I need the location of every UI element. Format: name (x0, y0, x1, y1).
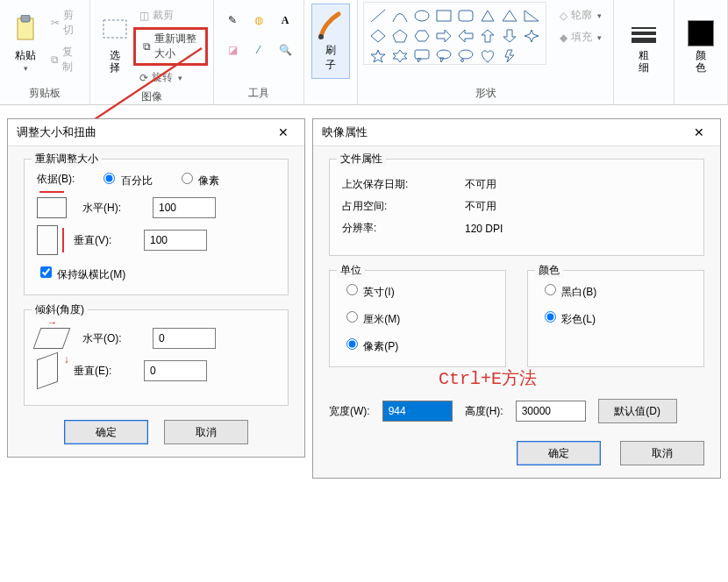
outline-icon: ◇ (560, 10, 567, 22)
color1-button[interactable]: 颜 色 (682, 4, 720, 79)
fill-label: 填充 (571, 30, 592, 45)
image-properties-dialog: 映像属性 ✕ 文件属性 上次保存日期:不可用 占用空间:不可用 分辨率:120 … (312, 118, 721, 479)
group-label-clipboard: 剪贴板 (5, 84, 84, 104)
cut-button[interactable]: ✂剪切 (45, 5, 84, 40)
zoom-tool[interactable]: 🔍 (275, 40, 295, 60)
horizontal-label: 水平(H): (82, 201, 144, 216)
shape-callout-cloud[interactable] (455, 46, 476, 65)
shape-roundrect[interactable] (455, 6, 476, 25)
shape-pentagon[interactable] (389, 26, 410, 46)
aspect-checkbox[interactable]: 保持纵横比(M) (37, 264, 125, 282)
ribbon: 粘贴▾ ✂剪切 ⧉复制 剪贴板 选 择 ◫裁剪 ⧉重新调整大小 ⟳旋转▾ 图像 (0, 0, 728, 105)
skew-vertical-input[interactable] (144, 360, 207, 381)
shape-arrow-r[interactable] (433, 26, 454, 46)
vertical-resize-icon (37, 225, 58, 255)
shape-triangle[interactable] (499, 6, 520, 25)
svg-marker-16 (482, 30, 494, 42)
percent-radio[interactable]: 百分比 (99, 170, 152, 188)
shape-callout-rect[interactable] (411, 46, 432, 65)
inches-radio[interactable]: 英寸(I) (342, 281, 493, 300)
paste-icon (11, 11, 39, 46)
text-tool[interactable]: A (275, 11, 295, 30)
svg-point-5 (415, 11, 429, 21)
cm-radio[interactable]: 厘米(M) (342, 309, 493, 327)
close-button[interactable]: ✕ (271, 125, 296, 139)
vertical-label: 垂直(V): (74, 233, 135, 248)
chevron-down-icon: ▾ (597, 11, 602, 20)
cancel-button[interactable]: 取消 (620, 441, 704, 465)
shape-hexagon[interactable] (411, 26, 432, 46)
pencil-tool[interactable]: ✎ (223, 11, 242, 30)
select-label: 选 择 (110, 50, 120, 75)
shape-star6[interactable] (389, 46, 410, 65)
color-radio[interactable]: 彩色(L) (540, 309, 691, 327)
ribbon-group-color: 颜 色 (674, 0, 728, 104)
resize-legend: 重新调整大小 (32, 152, 102, 167)
shape-star4[interactable] (521, 26, 542, 46)
shape-arrow-u[interactable] (477, 26, 498, 46)
svg-marker-10 (525, 11, 539, 21)
shape-rect[interactable] (433, 6, 454, 25)
units-fieldset: 单位 英寸(I) 厘米(M) 像素(P) (329, 270, 506, 367)
shape-bolt[interactable] (499, 46, 520, 65)
aspect-label: 保持纵横比(M) (57, 268, 125, 280)
select-button[interactable]: 选 择 (97, 4, 132, 79)
outline-button[interactable]: ◇轮廓▾ (553, 5, 608, 25)
copy-button[interactable]: ⧉复制 (45, 42, 84, 77)
height-input[interactable] (516, 401, 586, 422)
horizontal-input[interactable] (153, 197, 216, 218)
default-button[interactable]: 默认值(D) (598, 399, 677, 423)
close-button[interactable]: ✕ (687, 125, 711, 139)
bw-radio[interactable]: 黑白(B) (540, 281, 691, 300)
svg-marker-18 (525, 30, 539, 42)
skew-horizontal-icon (33, 328, 71, 349)
group-label-brushes (310, 87, 352, 104)
pixels-radio[interactable]: 像素(P) (342, 336, 493, 354)
svg-rect-7 (459, 11, 473, 21)
shape-arrow-d[interactable] (499, 26, 520, 46)
color-fieldset: 颜色 黑白(B) 彩色(L) (527, 270, 704, 367)
width-input[interactable] (382, 401, 453, 422)
chevron-down-icon: ▾ (597, 33, 602, 42)
thickness-icon (627, 24, 660, 46)
eraser-tool[interactable]: ◪ (223, 40, 242, 60)
brush-icon (318, 11, 344, 43)
ribbon-group-thickness: 粗 细 (614, 0, 674, 104)
shape-heart[interactable] (477, 46, 498, 65)
paste-button[interactable]: 粘贴▾ (7, 4, 43, 79)
ribbon-group-clipboard: 粘贴▾ ✂剪切 ⧉复制 剪贴板 (0, 0, 90, 104)
pixels-radio[interactable]: 像素 (177, 170, 219, 188)
shape-arrow-l[interactable] (455, 26, 476, 46)
svg-point-26 (461, 60, 464, 62)
ok-button[interactable]: 确定 (64, 420, 148, 444)
cancel-button[interactable]: 取消 (164, 420, 248, 444)
brushes-button[interactable]: 刷 子 (311, 4, 350, 79)
ok-button[interactable]: 确定 (517, 441, 601, 465)
skew-legend: 倾斜(角度) (32, 302, 88, 317)
vertical-input[interactable] (144, 230, 207, 251)
resize-button[interactable]: ⧉重新调整大小 (133, 27, 208, 66)
svg-marker-9 (503, 11, 517, 21)
crop-button[interactable]: ◫裁剪 (133, 5, 208, 25)
shape-line[interactable] (368, 6, 389, 25)
shape-right-tri[interactable] (521, 6, 542, 25)
thickness-button[interactable]: 粗 细 (621, 4, 667, 79)
svg-marker-17 (503, 30, 516, 42)
svg-point-25 (459, 50, 473, 59)
resolution-label: 分辨率: (342, 221, 456, 236)
fill-tool[interactable]: ◍ (249, 11, 268, 30)
fill-button[interactable]: ◆填充▾ (553, 27, 608, 47)
skew-horizontal-input[interactable] (153, 328, 216, 349)
shape-curve[interactable] (389, 6, 410, 25)
shape-star5[interactable] (368, 46, 389, 65)
crop-icon: ◫ (139, 10, 149, 22)
shape-oval[interactable] (411, 6, 432, 25)
shape-callout-oval[interactable] (433, 46, 454, 65)
shape-diamond[interactable] (368, 26, 389, 46)
shape-polygon[interactable] (477, 6, 498, 25)
resize-fieldset: 重新调整大小 依据(B): 百分比 像素 水平(H): 垂直(V): 保持纵横比… (24, 159, 289, 295)
shapes-gallery[interactable] (363, 2, 546, 65)
rotate-button[interactable]: ⟳旋转▾ (133, 67, 208, 88)
select-icon (101, 11, 129, 46)
picker-tool[interactable]: ⁄ (249, 40, 268, 60)
